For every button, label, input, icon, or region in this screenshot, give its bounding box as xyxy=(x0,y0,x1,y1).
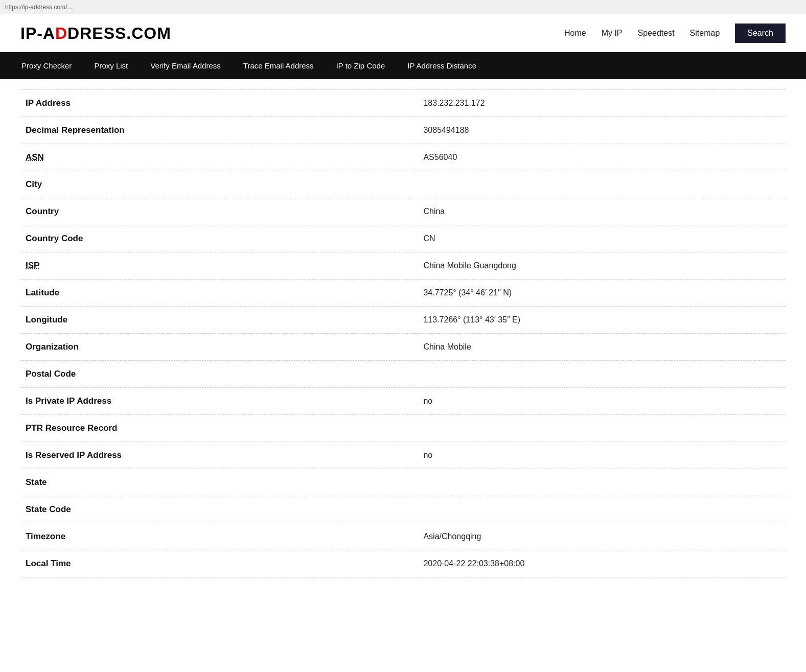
table-row: Decimal Representation3085494188 xyxy=(20,117,786,144)
table-label-6: ISP xyxy=(20,252,418,280)
table-value-2: AS56040 xyxy=(418,144,786,171)
table-value-3 xyxy=(418,171,786,198)
nav-speedtest[interactable]: Speedtest xyxy=(638,29,675,38)
table-label-2: ASN xyxy=(20,144,418,171)
table-value-6: China Mobile Guangdong xyxy=(418,252,786,280)
table-row: Longitude113.7266° (113° 43′ 35″ E) xyxy=(20,307,786,334)
table-row: Postal Code xyxy=(20,361,786,388)
table-value-13: no xyxy=(418,442,786,469)
nav-trace-email[interactable]: Trace Email Address xyxy=(232,52,325,79)
nav-verify-email[interactable]: Verify Email Address xyxy=(139,52,232,79)
nav-sitemap[interactable]: Sitemap xyxy=(690,29,720,38)
table-value-16: Asia/Chongqing xyxy=(418,523,786,550)
browser-bar-text: https://ip-address.com/... xyxy=(5,4,72,11)
site-top-nav: Home My IP Speedtest Sitemap Search xyxy=(564,24,786,43)
nav-proxy-checker[interactable]: Proxy Checker xyxy=(10,52,83,79)
table-value-11: no xyxy=(418,388,786,415)
table-label-8: Longitude xyxy=(20,307,418,334)
table-label-7: Latitude xyxy=(20,280,418,307)
table-label-15: State Code xyxy=(20,496,418,523)
nav-myip[interactable]: My IP xyxy=(602,29,623,38)
nav-proxy-list[interactable]: Proxy List xyxy=(83,52,139,79)
nav-home[interactable]: Home xyxy=(564,29,586,38)
site-header: IP-ADDRESS.COM Home My IP Speedtest Site… xyxy=(0,14,806,52)
table-label-12: PTR Resource Record xyxy=(20,415,418,442)
table-label-4: Country xyxy=(20,198,418,225)
table-value-1: 3085494188 xyxy=(418,117,786,144)
table-label-16: Timezone xyxy=(20,523,418,550)
table-value-14 xyxy=(418,469,786,496)
table-row: ASNAS56040 xyxy=(20,144,786,171)
table-value-10 xyxy=(418,361,786,388)
browser-bar: https://ip-address.com/... xyxy=(0,0,806,14)
table-value-9: China Mobile xyxy=(418,334,786,361)
table-label-14: State xyxy=(20,469,418,496)
table-value-0: 183.232.231.172 xyxy=(418,90,786,117)
table-value-7: 34.7725° (34° 46′ 21″ N) xyxy=(418,280,786,307)
table-value-4: China xyxy=(418,198,786,225)
table-row: OrganizationChina Mobile xyxy=(20,334,786,361)
nav-ip-distance[interactable]: IP Address Distance xyxy=(396,52,488,79)
table-label-9: Organization xyxy=(20,334,418,361)
search-button[interactable]: Search xyxy=(735,24,786,43)
logo-suffix: DRESS.COM xyxy=(67,24,171,42)
table-label-5: Country Code xyxy=(20,225,418,252)
table-row: City xyxy=(20,171,786,198)
table-label-1: Decimal Representation xyxy=(20,117,418,144)
table-label-11: Is Private IP Address xyxy=(20,388,418,415)
table-row: Is Private IP Addressno xyxy=(20,388,786,415)
table-row: ISPChina Mobile Guangdong xyxy=(20,252,786,280)
main-content: IP Address183.232.231.172Decimal Represe… xyxy=(0,79,806,588)
table-label-0: IP Address xyxy=(20,90,418,117)
table-label-10: Postal Code xyxy=(20,361,418,388)
table-row: Local Time2020-04-22 22:03:38+08:00 xyxy=(20,550,786,577)
logo-highlight: D xyxy=(55,24,67,42)
table-value-5: CN xyxy=(418,225,786,252)
table-value-12 xyxy=(418,415,786,442)
ip-data-table: IP Address183.232.231.172Decimal Represe… xyxy=(20,89,786,577)
nav-ip-to-zip[interactable]: IP to Zip Code xyxy=(325,52,397,79)
table-label-3: City xyxy=(20,171,418,198)
table-row: Is Reserved IP Addressno xyxy=(20,442,786,469)
table-row: Country CodeCN xyxy=(20,225,786,252)
table-row: State Code xyxy=(20,496,786,523)
table-value-8: 113.7266° (113° 43′ 35″ E) xyxy=(418,307,786,334)
table-value-17: 2020-04-22 22:03:38+08:00 xyxy=(418,550,786,577)
site-logo: IP-ADDRESS.COM xyxy=(20,24,171,43)
logo-prefix: IP-A xyxy=(20,24,55,42)
nav-bar: Proxy Checker Proxy List Verify Email Ad… xyxy=(0,52,806,79)
table-label-13: Is Reserved IP Address xyxy=(20,442,418,469)
table-row: TimezoneAsia/Chongqing xyxy=(20,523,786,550)
table-row: CountryChina xyxy=(20,198,786,225)
table-row: Latitude34.7725° (34° 46′ 21″ N) xyxy=(20,280,786,307)
table-row: IP Address183.232.231.172 xyxy=(20,90,786,117)
table-row: State xyxy=(20,469,786,496)
table-value-15 xyxy=(418,496,786,523)
table-label-17: Local Time xyxy=(20,550,418,577)
table-row: PTR Resource Record xyxy=(20,415,786,442)
